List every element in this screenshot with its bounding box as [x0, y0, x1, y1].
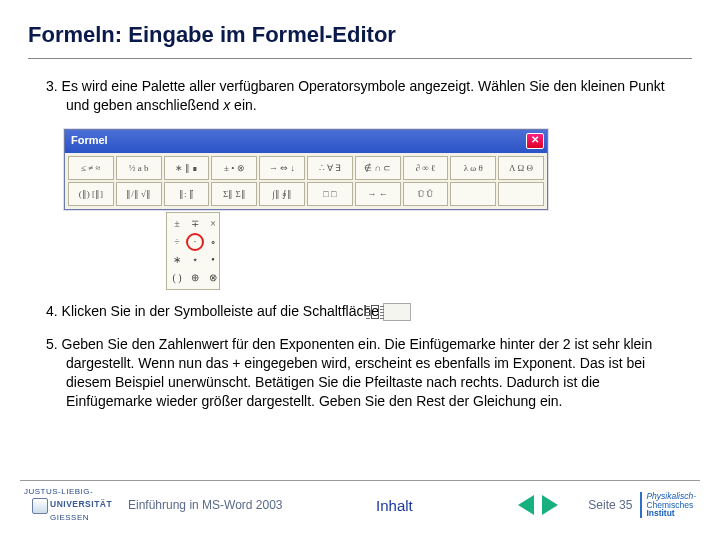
list-item-4: 4. Klicken Sie in der Symbolleiste auf d… — [46, 302, 674, 321]
dropdown-cell[interactable]: ∓ — [187, 216, 203, 232]
dropdown-cell[interactable]: ( ) — [169, 270, 185, 286]
dropdown-cell[interactable]: ÷ — [169, 234, 185, 250]
university-logo: JUSTUS-LIEBIG- UNIVERSITÄT GIESSEN — [24, 488, 120, 522]
pci-line-3: Institut — [646, 509, 696, 518]
toolbar-cell[interactable]: ∴ ∀ ∃ — [307, 156, 353, 180]
course-title: Einführung in MS-Word 2003 — [128, 498, 283, 512]
toolbar-cell[interactable]: → ← — [355, 182, 401, 206]
item-text-pre: Es wird eine Palette aller verfügbaren O… — [58, 78, 665, 113]
footer: JUSTUS-LIEBIG- UNIVERSITÄT GIESSEN Einfü… — [0, 480, 720, 540]
page-title: Formeln: Eingabe im Formel-Editor — [28, 22, 692, 48]
toolbar-cell[interactable]: (∥) [∥] — [68, 182, 114, 206]
formula-titlebar: Formel ✕ — [65, 130, 547, 153]
toolbar-cell[interactable]: Ū Û — [403, 182, 449, 206]
operator-dropdown: ± ∓ × ÷ · ∘ ∗ ⋆ • ( ) ⊕ ⊗ — [166, 212, 220, 290]
toolbar-cell[interactable] — [450, 182, 496, 206]
body-text: 3. Es wird eine Palette aller verfügbare… — [28, 77, 692, 411]
toolbar-row-1: ≤ ≠ ≈ ½ a b ∗ ‖ ∎ ± • ⊗ → ⇔ ↓ ∴ ∀ ∃ ∉ ∩ … — [67, 155, 545, 181]
item-text: Klicken Sie in der Symbolleiste auf die … — [58, 303, 383, 319]
uni-line-2: UNIVERSITÄT — [50, 499, 112, 509]
toolbar-cell[interactable]: ∉ ∩ ⊂ — [355, 156, 401, 180]
footer-row: JUSTUS-LIEBIG- UNIVERSITÄT GIESSEN Einfü… — [0, 485, 720, 525]
toolbar-cell[interactable]: ∫∥ ∮∥ — [259, 182, 305, 206]
toolbar-cell[interactable]: ∥: ∥̈ — [164, 182, 210, 206]
dropdown-cell[interactable]: ∘ — [205, 234, 221, 250]
item-text-post: ein. — [230, 97, 256, 113]
toolbar-cell[interactable]: Σ∥ Σ∥ — [211, 182, 257, 206]
institute-logo: Physikalisch- Chemisches Institut — [640, 492, 696, 519]
dropdown-cell[interactable]: ⋆ — [187, 252, 203, 268]
footer-divider — [20, 480, 700, 481]
dropdown-cell[interactable]: ⊕ — [187, 270, 203, 286]
slide-content: Formeln: Eingabe im Formel-Editor 3. Es … — [0, 0, 720, 411]
title-divider — [28, 58, 692, 59]
formula-toolbar: ≤ ≠ ≈ ½ a b ∗ ‖ ∎ ± • ⊗ → ⇔ ↓ ∴ ∀ ∃ ∉ ∩ … — [65, 153, 547, 209]
toolbar-cell[interactable]: ∗ ‖ ∎ — [164, 156, 210, 180]
uni-line-1: JUSTUS-LIEBIG- — [24, 488, 120, 496]
toolbar-cell[interactable]: → ⇔ ↓ — [259, 156, 305, 180]
toolbar-cell[interactable] — [498, 182, 544, 206]
dropdown-cell[interactable]: • — [205, 252, 221, 268]
contents-link[interactable]: Inhalt — [376, 497, 413, 514]
crest-icon — [32, 498, 48, 514]
uni-line-3: GIESSEN — [24, 514, 120, 522]
dropdown-cell[interactable]: × — [205, 216, 221, 232]
toolbar-row-2: (∥) [∥] ∥/∥ √∥ ∥: ∥̈ Σ∥ Σ∥ ∫∥ ∮∥ □ □ → ←… — [67, 181, 545, 207]
toolbar-cell[interactable]: ∂ ∞ ℓ — [403, 156, 449, 180]
toolbar-cell[interactable]: Λ Ω Θ — [498, 156, 544, 180]
item-number: 5. — [46, 336, 58, 352]
formula-window: Formel ✕ ≤ ≠ ≈ ½ a b ∗ ‖ ∎ ± • ⊗ → ⇔ ↓ ∴… — [64, 129, 548, 210]
next-arrow-icon[interactable] — [542, 495, 558, 515]
dropdown-cell-highlighted[interactable]: · — [187, 234, 203, 250]
toolbar-cell[interactable]: ½ a b — [116, 156, 162, 180]
formula-title: Formel — [71, 134, 108, 146]
formula-editor-screenshot: Formel ✕ ≤ ≠ ≈ ½ a b ∗ ‖ ∎ ± • ⊗ → ⇔ ↓ ∴… — [64, 129, 674, 290]
toolbar-cell[interactable]: ≤ ≠ ≈ — [68, 156, 114, 180]
prev-arrow-icon[interactable] — [518, 495, 534, 515]
page-number: Seite 35 — [588, 498, 632, 512]
toolbar-cell[interactable]: λ ω θ — [450, 156, 496, 180]
item-number: 4. — [46, 303, 58, 319]
toolbar-cell[interactable]: ± • ⊗ — [211, 156, 257, 180]
toolbar-cell[interactable]: ∥/∥ √∥ — [116, 182, 162, 206]
matrix-template-icon — [383, 303, 411, 321]
dropdown-cell[interactable]: ⊗ — [205, 270, 221, 286]
toolbar-cell[interactable]: □ □ — [307, 182, 353, 206]
close-icon[interactable]: ✕ — [526, 133, 544, 149]
list-item-5: 5. Geben Sie den Zahlenwert für den Expo… — [46, 335, 674, 411]
item-text: Geben Sie den Zahlenwert für den Exponen… — [58, 336, 653, 409]
item-number: 3. — [46, 78, 58, 94]
dropdown-cell[interactable]: ∗ — [169, 252, 185, 268]
list-item-3: 3. Es wird eine Palette aller verfügbare… — [46, 77, 674, 115]
dropdown-cell[interactable]: ± — [169, 216, 185, 232]
